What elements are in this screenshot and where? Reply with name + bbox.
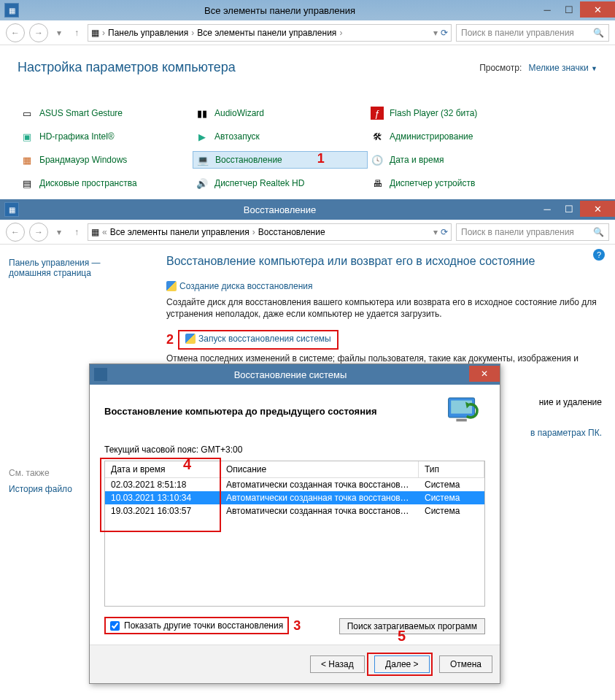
restore-monitor-icon: [446, 395, 485, 427]
help-icon[interactable]: ?: [593, 249, 605, 261]
start-system-restore-link[interactable]: Запуск восстановления системы: [185, 334, 331, 344]
nav-back-button[interactable]: ←: [6, 23, 25, 42]
breadcrumb-icon: ▦: [91, 227, 99, 237]
create-recovery-disk-desc: Создайте диск для восстановления вашего …: [166, 296, 602, 320]
refresh-icon[interactable]: ⟳: [441, 227, 448, 237]
cp-item-flash[interactable]: ƒFlash Player (32 бита): [368, 104, 543, 122]
cp-item-label: Автозапуск: [214, 131, 260, 142]
autoplay-icon: ▶: [196, 130, 209, 143]
cp-item-intel[interactable]: ▣HD-графика Intel®: [18, 128, 193, 145]
window1-maximize-button[interactable]: ☐: [558, 1, 580, 18]
window1-close-button[interactable]: ✕: [580, 1, 615, 18]
breadcrumb-icon: ▦: [91, 28, 99, 38]
window2-close-button[interactable]: ✕: [580, 201, 615, 217]
cp-item-label: ASUS Smart Gesture: [39, 108, 123, 118]
search-placeholder: Поиск в панели управления: [461, 28, 574, 38]
chevron-right-icon: ›: [102, 28, 105, 38]
cp-item-recovery[interactable]: 💻 Восстановление 1: [193, 151, 368, 169]
window2-navbar: ← → ▾ ↑ ▦ « Все элементы панели управлен…: [0, 220, 615, 245]
window1-title: Все элементы панели управления: [23, 5, 536, 16]
col-desc[interactable]: Описание: [220, 461, 419, 477]
recovery-icon: 💻: [196, 153, 209, 166]
breadcrumb-2[interactable]: Восстановление: [258, 227, 325, 237]
window2-titlebar: ▦ Восстановление ─ ☐ ✕: [0, 199, 615, 220]
svg-rect-1: [451, 401, 472, 414]
search-placeholder: Поиск в панели управления: [461, 227, 574, 237]
view-selector: Просмотр: Мелкие значки ▼: [479, 63, 597, 73]
cp-item-datetime[interactable]: 🕓Дата и время: [368, 151, 543, 169]
window2-minimize-button[interactable]: ─: [536, 201, 558, 217]
cp-item-autoplay[interactable]: ▶Автозапуск: [193, 128, 368, 145]
annotation-box-4: [100, 458, 221, 507]
recovery-heading: Восстановление компьютера или возврат ег…: [166, 255, 602, 268]
dialog-title: Восстановление системы: [112, 369, 469, 380]
chevron-down-icon[interactable]: ▾: [433, 28, 438, 38]
cp-item-asus[interactable]: ▭ASUS Smart Gesture: [18, 104, 193, 122]
nav-up-button[interactable]: ↑: [70, 226, 83, 239]
dialog-icon: [94, 368, 107, 381]
dialog-close-button[interactable]: ✕: [469, 366, 500, 382]
breadcrumb-1[interactable]: Панель управления: [108, 28, 188, 38]
refresh-icon[interactable]: ⟳: [441, 28, 448, 38]
storage-icon: ▤: [20, 177, 34, 190]
chevron-down-icon[interactable]: ▼: [591, 65, 597, 72]
cp-item-label: AudioWizard: [214, 108, 264, 118]
window1-content: Настройка параметров компьютера Просмотр…: [0, 45, 615, 199]
window1-minimize-button[interactable]: ─: [536, 1, 558, 18]
cp-item-label: Диспетчер Realtek HD: [214, 178, 304, 188]
cp-item-label: Дисковые пространства: [39, 178, 137, 188]
search-input[interactable]: Поиск в панели управления 🔍: [456, 24, 609, 42]
equalizer-icon: ▮▮: [196, 107, 209, 120]
sidebar-home-link[interactable]: Панель управления — домашняя страница: [9, 258, 144, 278]
col-type[interactable]: Тип: [419, 461, 484, 477]
cp-item-realtek[interactable]: 🔊Диспетчер Realtek HD: [193, 174, 368, 192]
search-icon: 🔍: [593, 227, 604, 237]
cp-item-admin[interactable]: 🛠Администрирование: [368, 128, 543, 145]
cp-item-label: Брандмауэр Windows: [39, 155, 127, 165]
nav-forward-button[interactable]: →: [29, 23, 48, 42]
tools-icon: 🛠: [371, 130, 384, 143]
breadcrumb[interactable]: ▦ « Все элементы панели управления › Вос…: [88, 223, 452, 241]
view-value-link[interactable]: Мелкие значки: [529, 63, 589, 73]
window2-icon: ▦: [4, 202, 19, 217]
search-input[interactable]: Поиск в панели управления 🔍: [456, 223, 609, 241]
clock-icon: 🕓: [371, 153, 384, 166]
chevron-left-icon: «: [102, 227, 107, 237]
nav-forward-button[interactable]: →: [29, 223, 48, 242]
cp-item-storage[interactable]: ▤Дисковые пространства: [18, 174, 193, 192]
nav-up-button[interactable]: ↑: [70, 26, 83, 39]
annotation-1: 1: [317, 151, 325, 166]
system-restore-dialog: Восстановление системы ✕ Восстановление …: [89, 364, 500, 507]
annotation-4: 4: [183, 456, 191, 473]
nav-dropdown-icon[interactable]: ▾: [53, 226, 66, 239]
breadcrumb[interactable]: ▦ › Панель управления › Все элементы пан…: [88, 24, 452, 42]
cp-item-label: Flash Player (32 бита): [390, 108, 477, 118]
view-label: Просмотр:: [479, 63, 522, 73]
breadcrumb-1[interactable]: Все элементы панели управления: [110, 227, 250, 237]
create-recovery-disk-link[interactable]: Создание диска восстановления: [166, 281, 313, 291]
search-icon: 🔍: [593, 28, 604, 38]
annotation-2: 2: [166, 332, 174, 347]
cp-item-label: Диспетчер устройств: [390, 178, 475, 188]
nav-back-button[interactable]: ←: [6, 223, 25, 242]
cp-item-firewall[interactable]: ▦Брандмауэр Windows: [18, 151, 193, 169]
chevron-right-icon: ›: [339, 28, 342, 38]
nav-dropdown-icon[interactable]: ▾: [53, 26, 66, 39]
gpu-icon: ▣: [20, 130, 34, 143]
cp-item-label: HD-графика Intel®: [39, 131, 115, 142]
window1-icon: ▦: [4, 3, 19, 18]
cp-item-audiowizard[interactable]: ▮▮AudioWizard: [193, 104, 368, 122]
breadcrumb-2[interactable]: Все элементы панели управления: [197, 28, 336, 38]
dialog-titlebar: Восстановление системы ✕: [90, 364, 500, 385]
cp-item-label: Дата и время: [390, 155, 444, 165]
cp-item-label: Восстановление: [215, 155, 282, 165]
flash-icon: ƒ: [371, 107, 384, 120]
chevron-down-icon[interactable]: ▾: [433, 227, 438, 237]
firewall-icon: ▦: [20, 153, 34, 166]
touchpad-icon: ▭: [20, 107, 34, 120]
devices-icon: 🖶: [371, 177, 384, 190]
window2-maximize-button[interactable]: ☐: [558, 201, 580, 217]
speaker-icon: 🔊: [196, 177, 209, 190]
chevron-right-icon: ›: [191, 28, 194, 38]
cp-item-devmgr[interactable]: 🖶Диспетчер устройств: [368, 174, 543, 192]
